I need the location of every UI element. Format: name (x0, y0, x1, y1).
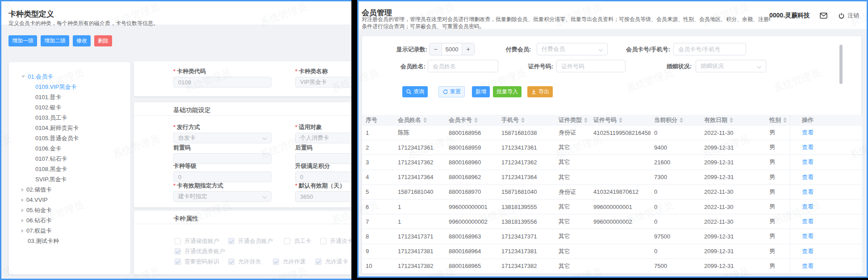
view-link[interactable]: 查看 (802, 247, 814, 255)
checkbox-unchecked-icon[interactable] (320, 238, 326, 244)
checkbox-item[interactable]: 开通储值账户 (175, 237, 219, 245)
checkbox-item[interactable]: 需要密码标识 (175, 258, 219, 266)
table-header-cell[interactable]: 证件类型 (555, 115, 590, 125)
caret-right-icon[interactable] (21, 219, 24, 222)
tree-node[interactable]: 0108.黑金卡 (9, 164, 130, 174)
tree-node[interactable]: 0105.普通会员卡 (9, 133, 130, 143)
view-link[interactable]: 查看 (802, 217, 814, 226)
checkbox-checked-icon[interactable] (315, 259, 321, 265)
sort-icon[interactable] (423, 117, 427, 123)
tree-node[interactable]: 0106.金卡 (9, 143, 130, 154)
view-link[interactable]: 查看 (802, 232, 814, 240)
marital-status-select[interactable]: 婚姻状况 (696, 60, 766, 72)
tree-node[interactable]: 04.VVIP (9, 195, 130, 205)
paid-member-select[interactable]: 付费会员 (537, 43, 608, 55)
toolbar-button[interactable]: 修改 (73, 35, 91, 46)
table-header-cell[interactable]: 会员姓名 (394, 115, 445, 125)
table-header-cell[interactable]: 有效日期 (701, 115, 766, 125)
id-number-input[interactable] (556, 60, 626, 72)
sort-icon[interactable] (730, 117, 733, 123)
sort-icon[interactable] (474, 117, 478, 123)
toolbar-button[interactable]: 删除 (94, 35, 112, 46)
table-header-cell[interactable]: 手机号 (498, 115, 555, 125)
table-header-cell[interactable]: 会员卡号 (445, 115, 498, 125)
table-cell: 2022-11-30 (701, 200, 766, 214)
sort-icon[interactable] (680, 117, 683, 123)
checkbox-item[interactable]: 开通次卡 (320, 237, 351, 245)
default-days-label: *默认有效期（天） (295, 182, 351, 190)
caret-right-icon[interactable] (21, 209, 24, 212)
checkbox-item[interactable]: 允许挂失 (228, 258, 261, 266)
caret-right-icon[interactable] (21, 229, 24, 233)
checkbox-checked-icon[interactable] (228, 259, 234, 265)
card-or-phone-input[interactable] (673, 43, 746, 55)
tree-node[interactable]: 0104.厨师贵宾卡 (9, 123, 130, 133)
toolbar-button[interactable]: 增加一级 (8, 35, 37, 46)
action-button-3[interactable]: 新增 (472, 86, 490, 97)
view-link[interactable]: 查看 (802, 188, 814, 196)
checkbox-item[interactable]: 开通会员账户 (228, 237, 273, 245)
sort-icon[interactable] (584, 117, 588, 123)
mail-icon[interactable] (820, 13, 827, 19)
stepper-minus-button[interactable]: − (430, 43, 442, 55)
action-button-5[interactable]: 导出 (527, 86, 553, 97)
table-cell (590, 155, 651, 169)
stepper-plus-button[interactable]: + (462, 43, 474, 55)
card-name-input[interactable]: VIP黑金卡 (295, 77, 351, 88)
checkbox-unchecked-icon[interactable] (284, 238, 290, 244)
caret-down-icon[interactable] (21, 75, 25, 78)
card-code-input[interactable]: 0109 (173, 77, 271, 88)
validity-mode-select[interactable]: 建卡时指定 (173, 191, 271, 202)
tree-node[interactable]: 05.铂金卡 (9, 205, 130, 215)
record-count-input[interactable] (442, 43, 462, 55)
table-header-cell[interactable]: 当前积分 (651, 115, 701, 125)
apply-target-select[interactable]: 个人消费卡 (295, 133, 351, 143)
action-button-2[interactable]: 重置 (438, 86, 465, 97)
power-icon[interactable] (838, 13, 845, 19)
caret-right-icon[interactable] (21, 188, 24, 192)
level-input[interactable]: 0 (173, 171, 271, 182)
checkbox-unchecked-icon[interactable] (175, 238, 181, 244)
view-link[interactable]: 查看 (802, 129, 814, 137)
table-header-cell[interactable]: 性别 (766, 115, 790, 125)
tree-node[interactable]: 0107.钻石卡 (9, 154, 130, 164)
tree-node[interactable]: 0109.VIP黑金卡 (9, 82, 130, 92)
tree-node[interactable]: 0101.普卡 (9, 92, 130, 102)
tree-node[interactable]: 02.储值卡 (9, 184, 130, 195)
checkbox-checked-icon[interactable] (273, 259, 279, 265)
sort-icon[interactable] (619, 117, 622, 123)
checkbox-item[interactable]: 允许退卡 (315, 258, 348, 266)
table-header-cell[interactable]: 证件号码 (590, 115, 651, 125)
tree-node[interactable]: 0103.员工卡 (9, 113, 130, 123)
action-button-1[interactable]: 查询 (402, 86, 428, 97)
view-link[interactable]: 查看 (802, 173, 814, 181)
view-link[interactable]: 查看 (802, 203, 814, 211)
tree-node[interactable]: 0102.银卡 (9, 102, 130, 113)
sort-icon[interactable] (783, 117, 787, 123)
tree-node[interactable]: 06.钻石卡 (9, 215, 130, 226)
upgrade-points-input[interactable]: 0 (295, 171, 351, 182)
caret-right-icon[interactable] (21, 198, 24, 202)
tree-node[interactable]: SVIP.黑金卡 (9, 174, 130, 184)
tree-node[interactable]: 01.会员卡 (9, 71, 130, 82)
tree-node[interactable]: 07.权益卡 (9, 226, 130, 236)
view-link[interactable]: 查看 (802, 158, 814, 166)
logout-button[interactable]: 注销 (847, 12, 859, 20)
toolbar-button[interactable]: 增加二级 (41, 35, 69, 46)
checkbox-checked-icon[interactable] (175, 259, 181, 265)
tree-node-label: 06.钻石卡 (26, 217, 52, 225)
issue-mode-select[interactable]: 自发卡 (173, 133, 271, 143)
checkbox-item[interactable]: 允许作废 (273, 258, 306, 266)
action-button-4[interactable]: 批量导入 (493, 86, 522, 97)
default-days-input[interactable]: 3650 (295, 191, 351, 202)
checkbox-item[interactable]: 开通优惠券账户 (175, 247, 225, 255)
scrollbar-thumb[interactable] (839, 45, 843, 84)
member-name-input[interactable] (428, 60, 498, 72)
checkbox-checked-icon[interactable] (175, 248, 181, 255)
tree-node[interactable]: 03.测试卡种 (9, 236, 130, 246)
view-link[interactable]: 查看 (802, 143, 814, 151)
checkbox-checked-icon[interactable] (228, 238, 234, 244)
sort-icon[interactable] (521, 117, 525, 123)
view-link[interactable]: 查看 (802, 262, 814, 270)
checkbox-item[interactable]: 员工卡 (284, 237, 311, 245)
